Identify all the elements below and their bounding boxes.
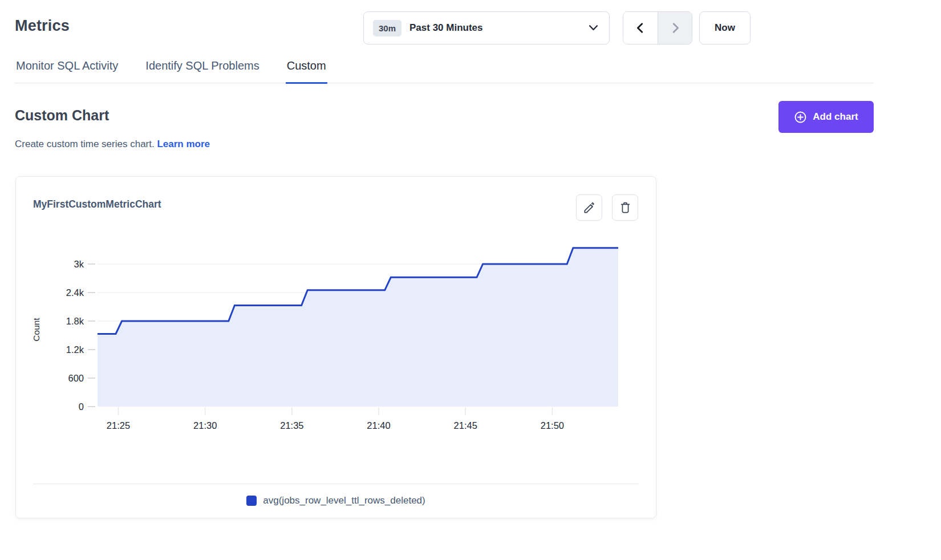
- chart-legend[interactable]: avg(jobs_row_level_ttl_rows_deleted): [16, 495, 656, 506]
- svg-text:21:40: 21:40: [367, 420, 390, 431]
- page-title: Metrics: [15, 17, 70, 35]
- add-chart-label: Add chart: [813, 111, 858, 123]
- chevron-left-icon: [634, 21, 647, 35]
- chevron-right-icon: [669, 21, 682, 35]
- now-button[interactable]: Now: [699, 11, 751, 44]
- svg-text:21:45: 21:45: [454, 420, 477, 431]
- tab-custom[interactable]: Custom: [286, 59, 327, 84]
- svg-text:21:25: 21:25: [107, 420, 130, 431]
- svg-text:21:50: 21:50: [541, 420, 564, 431]
- tab-identify-sql-problems[interactable]: Identify SQL Problems: [144, 59, 260, 84]
- tab-bar: Monitor SQL Activity Identify SQL Proble…: [15, 59, 874, 83]
- add-chart-button[interactable]: Add chart: [778, 101, 874, 133]
- svg-text:1.8k: 1.8k: [66, 316, 84, 326]
- svg-text:600: 600: [68, 373, 84, 383]
- section-description-text: Create custom time series chart.: [15, 139, 155, 149]
- svg-text:0: 0: [79, 401, 84, 412]
- svg-text:21:35: 21:35: [280, 420, 303, 431]
- section-description: Create custom time series chart. Learn m…: [15, 139, 210, 150]
- plus-circle-icon: [794, 111, 807, 124]
- time-nav-group: [623, 11, 692, 44]
- chevron-down-icon: [589, 25, 598, 31]
- time-range-label: Past 30 Minutes: [409, 22, 589, 34]
- legend-label: avg(jobs_row_level_ttl_rows_deleted): [263, 495, 425, 506]
- chart-card: MyFirstCustomMetricChart 06001.2k1.8k2.4…: [15, 176, 656, 518]
- metric-chart[interactable]: 06001.2k1.8k2.4k3k21:2521:3021:3521:4021…: [23, 240, 639, 439]
- section-heading: Custom Chart: [15, 107, 109, 124]
- svg-text:21:30: 21:30: [193, 420, 217, 431]
- prev-time-button[interactable]: [623, 12, 658, 44]
- tab-monitor-sql-activity[interactable]: Monitor SQL Activity: [15, 59, 119, 84]
- legend-swatch: [246, 496, 257, 506]
- learn-more-link[interactable]: Learn more: [157, 139, 210, 149]
- pencil-icon: [583, 201, 596, 214]
- card-divider: [33, 484, 639, 484]
- delete-chart-button[interactable]: [612, 194, 638, 221]
- time-range-select[interactable]: 30m Past 30 Minutes: [363, 11, 610, 44]
- svg-text:1.2k: 1.2k: [66, 344, 84, 355]
- chart-title: MyFirstCustomMetricChart: [33, 198, 161, 210]
- edit-chart-button[interactable]: [576, 194, 602, 221]
- next-time-button[interactable]: [658, 12, 692, 44]
- chart-svg: 06001.2k1.8k2.4k3k21:2521:3021:3521:4021…: [23, 240, 639, 439]
- svg-text:2.4k: 2.4k: [66, 287, 84, 298]
- svg-text:Count: Count: [31, 318, 41, 342]
- time-range-badge: 30m: [373, 20, 401, 36]
- trash-icon: [619, 201, 632, 214]
- svg-text:3k: 3k: [74, 259, 84, 269]
